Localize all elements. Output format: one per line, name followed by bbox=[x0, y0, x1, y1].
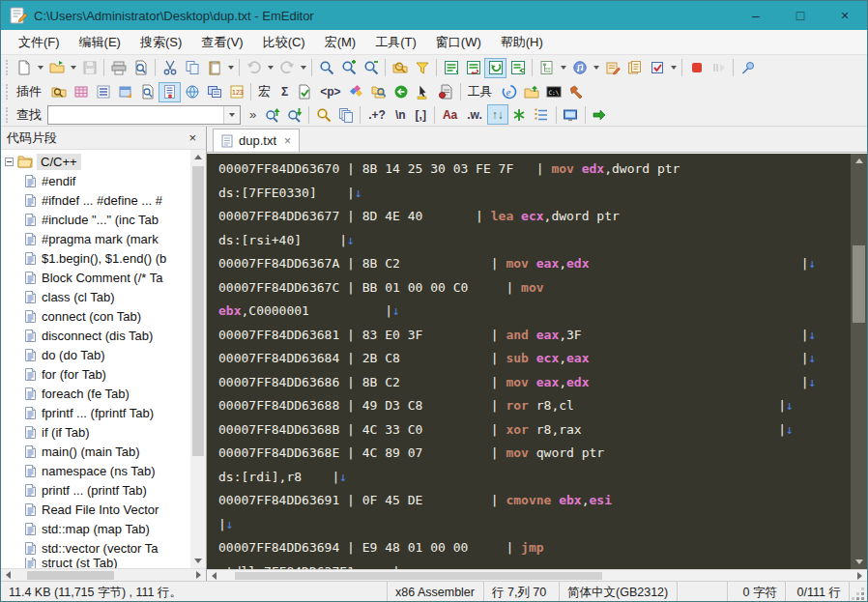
wrap-window-button[interactable] bbox=[484, 58, 506, 78]
sum-button[interactable]: Σ bbox=[276, 82, 293, 102]
browser-button[interactable]: e bbox=[499, 82, 521, 102]
editor-vertical-scrollbar[interactable] bbox=[851, 154, 867, 569]
pin-button[interactable] bbox=[737, 58, 759, 78]
snippet-item[interactable]: struct (st Tab) bbox=[1, 558, 190, 568]
tab-close-icon[interactable]: × bbox=[282, 134, 291, 148]
plugin-halfwidth-button[interactable] bbox=[70, 82, 92, 102]
find-next-button[interactable] bbox=[283, 104, 305, 125]
snippet-item[interactable]: std::vector (vector Ta bbox=[1, 538, 190, 558]
find-in-files-button2[interactable] bbox=[312, 104, 334, 125]
wrap-char-button[interactable] bbox=[462, 58, 484, 78]
outline-dropdown[interactable] bbox=[558, 58, 568, 78]
title-bar[interactable]: C:\Users\Administrator\Desktop\dup.txt -… bbox=[1, 1, 867, 30]
extract-lines-button[interactable] bbox=[531, 104, 553, 125]
zoom-in-button[interactable] bbox=[337, 58, 360, 78]
maximize-button[interactable]: □ bbox=[778, 1, 823, 30]
snippet-item[interactable]: $1.begin(), $1.end() (b bbox=[1, 248, 190, 268]
colors-button[interactable] bbox=[346, 82, 368, 102]
snippet-item[interactable]: std::map (map Tab) bbox=[1, 519, 190, 538]
snippet-item[interactable]: #ifndef ... #define ... # bbox=[1, 190, 190, 210]
search-input[interactable] bbox=[48, 106, 223, 124]
plugin-outline-text-button[interactable] bbox=[92, 82, 114, 102]
open-file-dropdown[interactable] bbox=[68, 58, 78, 78]
plugin-projects-button[interactable] bbox=[114, 82, 136, 102]
plugin-word-complete-button[interactable] bbox=[203, 82, 225, 102]
plugin-word-count-button[interactable]: 123 bbox=[225, 82, 247, 102]
snippet-item[interactable]: class (cl Tab) bbox=[1, 287, 190, 306]
redo-button[interactable] bbox=[275, 58, 298, 78]
redo-dropdown[interactable] bbox=[298, 58, 308, 78]
next-document-button[interactable] bbox=[589, 104, 611, 125]
scroll-left-icon[interactable] bbox=[207, 569, 221, 582]
back-button[interactable] bbox=[391, 82, 413, 102]
filter-button[interactable] bbox=[411, 58, 433, 78]
macro-run-button[interactable] bbox=[623, 58, 646, 78]
number-range-button[interactable]: [,] bbox=[411, 104, 431, 125]
snippets-horizontal-scrollbar[interactable] bbox=[1, 568, 206, 581]
toolbar-grip[interactable] bbox=[6, 107, 10, 123]
close-button[interactable]: × bbox=[823, 1, 867, 30]
snippet-item[interactable]: printf ... (printf Tab) bbox=[1, 480, 190, 500]
status-syntax[interactable]: x86 Assembler bbox=[388, 582, 484, 602]
plugin-snippets-button[interactable] bbox=[159, 82, 181, 102]
snippet-item[interactable]: #include "..." (inc Tab bbox=[1, 210, 190, 229]
scroll-down-icon[interactable] bbox=[190, 554, 206, 568]
paste-button[interactable] bbox=[203, 58, 225, 78]
cut-button[interactable] bbox=[159, 58, 181, 78]
snippet-folder-cpp[interactable]: C/C++ bbox=[1, 152, 190, 171]
copy-results-button[interactable] bbox=[334, 104, 357, 125]
toolbar-grip[interactable] bbox=[6, 84, 10, 100]
stop-record-button[interactable] bbox=[685, 58, 708, 78]
search-direction-button[interactable]: ↑↓ bbox=[487, 104, 508, 125]
wrap-page-button[interactable] bbox=[506, 58, 529, 78]
whole-word-button[interactable]: .w. bbox=[462, 104, 487, 125]
scroll-up-icon[interactable] bbox=[190, 150, 206, 164]
search-combobox[interactable] bbox=[47, 105, 241, 125]
find-in-files-button[interactable] bbox=[389, 58, 411, 78]
undo-dropdown[interactable] bbox=[265, 58, 275, 78]
menu-item-0[interactable]: 文件(F) bbox=[9, 31, 70, 54]
copy-button[interactable] bbox=[181, 58, 203, 78]
toolbar-grip[interactable] bbox=[6, 60, 10, 75]
log-document-button[interactable] bbox=[435, 82, 457, 102]
html-tag-button[interactable]: <p> bbox=[315, 82, 345, 102]
escape-sequence-button[interactable]: \n bbox=[391, 104, 411, 125]
macro-record-button[interactable] bbox=[568, 58, 591, 78]
menu-item-5[interactable]: 宏(M) bbox=[315, 31, 366, 54]
find-button[interactable] bbox=[315, 58, 337, 78]
status-cursor-position[interactable]: 行 7,列 70 bbox=[484, 582, 560, 602]
minimize-button[interactable]: – bbox=[734, 1, 778, 30]
snippets-vertical-scrollbar[interactable] bbox=[190, 150, 206, 568]
scrollbar-thumb[interactable] bbox=[27, 571, 114, 580]
menu-item-2[interactable]: 搜索(S) bbox=[130, 31, 191, 54]
new-file-button[interactable] bbox=[13, 58, 35, 78]
snippet-item[interactable]: foreach (fe Tab) bbox=[1, 384, 190, 403]
plugin-explorer-button[interactable] bbox=[47, 82, 70, 102]
find-folders-button[interactable] bbox=[368, 82, 391, 102]
command-prompt-button[interactable]: C:\ bbox=[543, 82, 565, 102]
macro-record-dropdown[interactable] bbox=[591, 58, 601, 78]
resize-grip[interactable] bbox=[850, 582, 867, 602]
snippet-item[interactable]: Read File Into Vector bbox=[1, 500, 190, 519]
save-button[interactable] bbox=[78, 58, 101, 78]
snippet-item[interactable]: #endif bbox=[1, 171, 190, 190]
snippet-item[interactable]: main() (main Tab) bbox=[1, 442, 190, 461]
find-previous-button[interactable] bbox=[261, 104, 283, 125]
snippet-item[interactable]: Block Comment (/* Ta bbox=[1, 268, 190, 287]
wrap-none-button[interactable] bbox=[440, 58, 462, 78]
select-tool-button[interactable] bbox=[413, 82, 435, 102]
snippet-item[interactable]: fprintf ... (fprintf Tab) bbox=[1, 403, 190, 422]
status-encoding[interactable]: 简体中文(GB2312) bbox=[560, 582, 678, 602]
menu-item-8[interactable]: 帮助(H) bbox=[491, 31, 553, 54]
menu-item-1[interactable]: 编辑(E) bbox=[70, 31, 130, 54]
scroll-left-icon[interactable] bbox=[1, 569, 15, 582]
syntax-check-button[interactable] bbox=[293, 82, 315, 102]
regex-button[interactable]: .+? bbox=[363, 104, 391, 125]
menu-item-4[interactable]: 比较(C) bbox=[253, 31, 315, 54]
new-file-dropdown[interactable] bbox=[35, 58, 45, 78]
zoom-out-button[interactable] bbox=[360, 58, 382, 78]
snippet-item[interactable]: #pragma mark (mark bbox=[1, 229, 190, 248]
display-options-button[interactable] bbox=[560, 104, 582, 125]
editor-horizontal-scrollbar[interactable] bbox=[207, 569, 867, 581]
scrollbar-thumb[interactable] bbox=[235, 572, 602, 580]
